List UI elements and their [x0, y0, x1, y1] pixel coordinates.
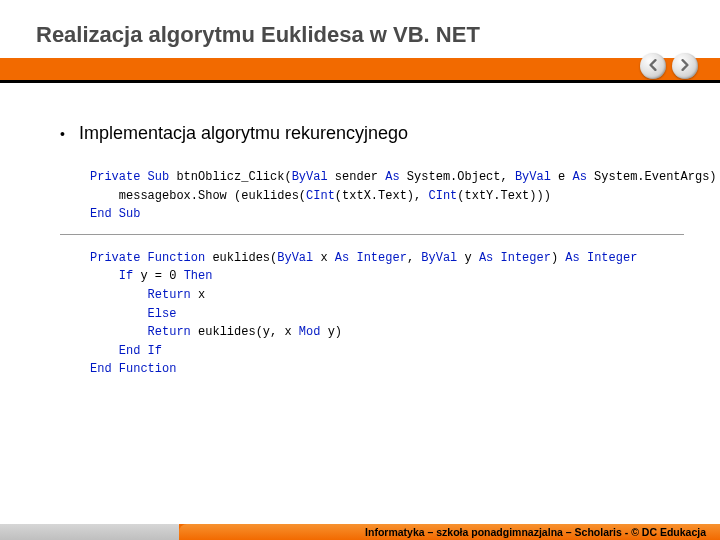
code-line: End If	[90, 342, 672, 361]
nav-buttons	[640, 53, 698, 79]
code-line: If y = 0 Then	[90, 267, 672, 286]
arrow-left-icon	[647, 57, 659, 75]
bullet-dot-icon: •	[60, 127, 65, 141]
nav-next-button[interactable]	[672, 53, 698, 79]
footer: Informatyka – szkoła ponadgimnazjalna – …	[0, 514, 720, 540]
code-line: End Sub	[90, 205, 672, 224]
code-line: End Function	[90, 360, 672, 379]
bullet-item: • Implementacja algorytmu rekurencyjnego	[60, 123, 684, 144]
bullet-text: Implementacja algorytmu rekurencyjnego	[79, 123, 408, 144]
code-divider	[60, 234, 684, 235]
nav-prev-button[interactable]	[640, 53, 666, 79]
footer-segment-grey	[0, 524, 185, 540]
content-area: • Implementacja algorytmu rekurencyjnego…	[0, 83, 720, 379]
code-block-2: Private Function euklides(ByVal x As Int…	[60, 249, 684, 379]
slide: Realizacja algorytmu Euklidesa w VB. NET…	[0, 0, 720, 540]
title-area: Realizacja algorytmu Euklidesa w VB. NET	[0, 0, 720, 58]
code-line: Private Function euklides(ByVal x As Int…	[90, 249, 672, 268]
arrow-right-icon	[679, 57, 691, 75]
code-line: Private Sub btnOblicz_Click(ByVal sender…	[90, 168, 672, 187]
slide-title: Realizacja algorytmu Euklidesa w VB. NET	[36, 22, 720, 48]
code-line: Else	[90, 305, 672, 324]
code-line: messagebox.Show (euklides(CInt(txtX.Text…	[90, 187, 672, 206]
accent-bar	[0, 58, 720, 80]
code-line: Return x	[90, 286, 672, 305]
code-line: Return euklides(y, x Mod y)	[90, 323, 672, 342]
code-block-1: Private Sub btnOblicz_Click(ByVal sender…	[60, 168, 684, 224]
footer-text: Informatyka – szkoła ponadgimnazjalna – …	[365, 526, 706, 538]
